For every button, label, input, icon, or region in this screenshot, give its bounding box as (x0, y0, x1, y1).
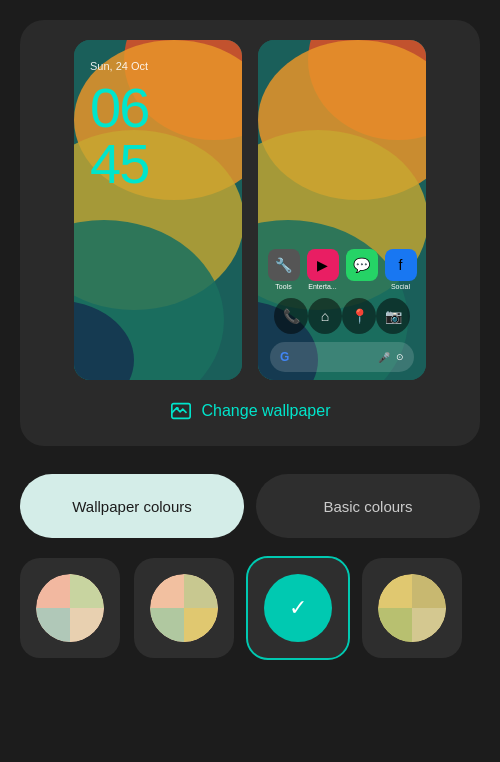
dock-camera: 📷 (376, 298, 410, 334)
lens-icon: ⊙ (396, 352, 404, 362)
app-icon-entertainment: ▶ Enterta... (305, 249, 340, 290)
lock-screen-wallpaper: Sun, 24 Oct 06 45 (74, 40, 242, 380)
swatch-2[interactable] (134, 558, 234, 658)
mic-icon: 🎤 (378, 352, 390, 363)
lock-time: 06 45 (90, 80, 226, 192)
swatch-3[interactable]: ✓ (248, 558, 348, 658)
phone-previews: Sun, 24 Oct 06 45 (40, 40, 460, 380)
app-icon-tools: 🔧 Tools (266, 249, 301, 290)
app-icon-whatsapp: 💬 (344, 249, 379, 290)
svg-point-13 (175, 407, 178, 410)
tab-basic-colours[interactable]: Basic colours (256, 474, 480, 538)
tab-wallpaper-colours[interactable]: Wallpaper colours (20, 474, 244, 538)
search-bar[interactable]: G 🎤 ⊙ (270, 342, 414, 372)
preview-section: Sun, 24 Oct 06 45 (20, 20, 480, 446)
dock-home: ⌂ (308, 298, 342, 334)
home-screen-frame: 🔧 Tools ▶ Enterta... 💬 f (258, 40, 426, 380)
change-wallpaper-label: Change wallpaper (202, 402, 331, 420)
dock-bar: 📞 ⌂ 📍 📷 (258, 298, 426, 334)
change-wallpaper-icon (170, 400, 192, 422)
google-g-icon: G (280, 350, 289, 364)
change-wallpaper-button[interactable]: Change wallpaper (170, 400, 331, 422)
lock-min: 45 (90, 136, 226, 192)
tab-section: Wallpaper colours Basic colours (20, 474, 480, 538)
home-screen-content: 🔧 Tools ▶ Enterta... 💬 f (258, 40, 426, 380)
swatch-circle-1 (36, 574, 104, 642)
lock-screen-content: Sun, 24 Oct 06 45 (74, 40, 242, 380)
swatch-1[interactable] (20, 558, 120, 658)
app-icons-grid: 🔧 Tools ▶ Enterta... 💬 f (258, 249, 426, 290)
lock-date: Sun, 24 Oct (90, 60, 226, 72)
swatch-circle-2 (150, 574, 218, 642)
swatch-3-check: ✓ (264, 574, 332, 642)
lock-hour: 06 (90, 80, 226, 136)
dock-maps: 📍 (342, 298, 376, 334)
dock-phone: 📞 (274, 298, 308, 334)
swatch-4[interactable] (362, 558, 462, 658)
swatch-circle-4 (378, 574, 446, 642)
swatches-section: ✓ (20, 558, 480, 658)
lock-screen-frame: Sun, 24 Oct 06 45 (74, 40, 242, 380)
home-screen-wallpaper: 🔧 Tools ▶ Enterta... 💬 f (258, 40, 426, 380)
app-icon-social: f Social (383, 249, 418, 290)
